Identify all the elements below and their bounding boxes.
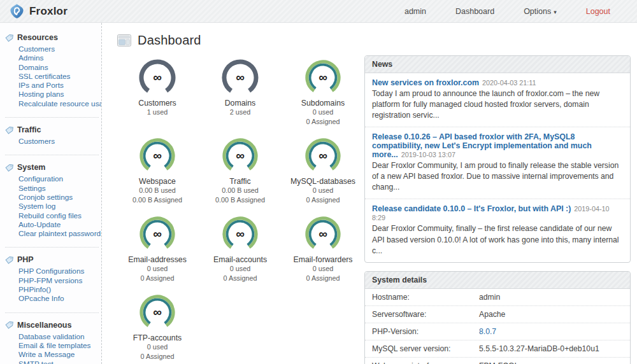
tag-icon (5, 164, 13, 172)
gauge-label: Webspace (116, 177, 199, 186)
system-details-table: Hostname: admin Serversoftware: Apache P… (365, 289, 630, 364)
sidebar-link-database-validation[interactable]: Database validation (18, 332, 99, 341)
froxlor-logo-icon (9, 3, 25, 19)
gauge-used: 0 used (282, 108, 364, 117)
news-item-date: 2019-10-03 13:07 (401, 151, 455, 158)
sidebar-link-domains[interactable]: Domains (18, 63, 99, 72)
sidebar-link-admins[interactable]: Admins (18, 53, 99, 62)
system-details-label: PHP-Version: (372, 327, 479, 336)
gauge-label: Customers (116, 99, 199, 108)
sidebar-link-php-fpm-versions[interactable]: PHP-FPM versions (18, 276, 99, 285)
gauge-label: FTP-accounts (116, 333, 199, 342)
sidebar-link-opcache-info[interactable]: OPcache Info (18, 294, 99, 303)
sidebar-link-smtp-test[interactable]: SMTP test (18, 360, 99, 364)
news-item-body: Dear Froxlor Community, I am proud to fi… (372, 160, 623, 193)
news-item: Release candidate 0.10.0 – It's Froxlor,… (365, 199, 630, 262)
sidebar-link-system-log[interactable]: System log (18, 202, 99, 211)
gauge-infinity-value: ∞ (318, 227, 327, 241)
gauge-used: 0 used (116, 264, 199, 274)
gauge-assigned: 0.00 B Assigned (199, 195, 282, 205)
system-details-value: FPM-FCGI (479, 361, 517, 364)
news-panel: News New services on froxlor.com2020-04-… (364, 55, 631, 263)
gauge-ftp-accounts: ∞ FTP-accounts 0 used 0 Assigned (116, 291, 199, 361)
sidebar-link-phpinfo[interactable]: PHPinfo() (18, 285, 99, 294)
sidebar-section: Resources CustomersAdminsDomainsSSL cert… (5, 31, 99, 115)
sidebar-section-title: System (17, 163, 45, 172)
navbar-items: adminDashboardOptions▾Logout (404, 7, 628, 16)
gauge-customers: ∞ Customers 1 used (116, 57, 199, 126)
news-list: New services on froxlor.com2020-04-03 21… (365, 73, 630, 262)
news-item-title[interactable]: Release candidate 0.10.0 – It's Froxlor,… (372, 204, 571, 213)
sidebar-link-customers[interactable]: Customers (18, 137, 99, 146)
gauge-used: 2 used (199, 108, 282, 117)
nav-item-dashboard[interactable]: Dashboard (455, 7, 494, 16)
gauge-infinity-value: ∞ (153, 71, 162, 84)
sidebar-link-hosting-plans[interactable]: Hosting plans (18, 90, 99, 99)
gauge-used: 0 used (116, 342, 199, 352)
gauge-email-accounts: ∞ Email-accounts 0 used 0 Assigned (199, 213, 282, 283)
sidebar-link-configuration[interactable]: Configuration (18, 174, 99, 183)
sidebar-link-ips-and-ports[interactable]: IPs and Ports (18, 81, 99, 90)
tag-icon (5, 321, 13, 329)
gauge-assigned: 0.00 B Assigned (116, 195, 199, 205)
sidebar-link-customers[interactable]: Customers (18, 45, 99, 53)
gauge-arc: ∞ (135, 213, 180, 254)
gauge-arc: ∞ (135, 135, 180, 176)
system-details-value: 5.5.5-10.3.27-MariaDB-0+deb10u1 (479, 344, 599, 353)
sidebar-link-recalculate-resource-usage[interactable]: Recalculate resource usage (18, 99, 99, 108)
dashboard-icon (117, 34, 131, 46)
gauge-infinity-value: ∞ (318, 149, 327, 162)
news-item-title[interactable]: New services on froxlor.com (372, 78, 479, 87)
gauge-infinity-value: ∞ (153, 227, 162, 241)
news-item-date: 2020-04-03 21:11 (482, 79, 536, 87)
sidebar-link-write-a-message[interactable]: Write a Message (18, 350, 99, 359)
sidebar-link-settings[interactable]: Settings (18, 184, 99, 193)
nav-item-options[interactable]: Options▾ (524, 7, 557, 16)
gauge-label: Email-forwarders (282, 255, 364, 264)
system-details-panel: System details Hostname: admin Serversof… (364, 271, 631, 364)
nav-item-logout[interactable]: Logout (586, 7, 610, 16)
gauge-label: Email-accounts (199, 255, 282, 264)
froxlor-brand[interactable]: Froxlor (9, 3, 68, 19)
php-version-link[interactable]: 8.0.7 (479, 327, 496, 336)
brand-name: Froxlor (29, 5, 68, 18)
sidebar-section: Traffic Customers (5, 117, 99, 152)
gauge-email-forwarders: ∞ Email-forwarders 0 used 0 Assigned (282, 213, 364, 283)
news-item: New services on froxlor.com2020-04-03 21… (365, 73, 630, 127)
sidebar-link-cronjob-settings[interactable]: Cronjob settings (18, 193, 99, 202)
system-details-row: MySQL server version: 5.5.5-10.3.27-Mari… (365, 340, 630, 357)
sidebar-link-ssl-certificates[interactable]: SSL certificates (18, 72, 99, 81)
gauges-grid: ∞ Customers 1 used ∞ Domains 2 used ∞ Su… (116, 57, 364, 361)
sidebar-link-php-configurations[interactable]: PHP Configurations (18, 267, 99, 276)
gauge-infinity-value: ∞ (236, 227, 245, 241)
system-details-label: Hostname: (372, 293, 479, 302)
top-navbar: Froxlor adminDashboardOptions▾Logout (0, 0, 637, 23)
nav-item-admin[interactable]: admin (404, 7, 426, 16)
sidebar-link-clear-plaintext-passwords[interactable]: Clear plaintext passwords (18, 229, 99, 238)
system-details-row: Hostname: admin (365, 289, 630, 305)
gauge-traffic: ∞ Traffic 0.00 B used 0.00 B Assigned (199, 135, 282, 204)
system-details-label: Serversoftware: (372, 310, 479, 319)
gauge-label: Domains (199, 99, 282, 108)
system-details-label: Webserver interface: (372, 361, 479, 364)
gauge-domains: ∞ Domains 2 used (199, 57, 282, 126)
gauge-assigned: 0 Assigned (282, 274, 364, 283)
news-item-body: Dear Froxlor Commuity, finally – the fir… (372, 223, 623, 256)
gauge-used: 0 used (282, 264, 364, 274)
system-details-value: admin (479, 293, 500, 302)
sidebar-section: PHP PHP ConfigurationsPHP-FPM versionsPH… (5, 247, 99, 309)
sidebar-section: Miscellaneous Database validationEmail &… (5, 312, 99, 364)
gauge-webspace: ∞ Webspace 0.00 B used 0.00 B Assigned (116, 135, 199, 204)
sidebar-link-rebuild-config-files[interactable]: Rebuild config files (18, 211, 99, 220)
gauge-label: Subdomains (282, 99, 364, 108)
gauge-infinity-value: ∞ (153, 149, 162, 162)
gauge-arc: ∞ (218, 57, 262, 97)
gauge-arc: ∞ (301, 213, 345, 254)
sidebar-link-auto-update[interactable]: Auto-Update (18, 220, 99, 229)
news-panel-header: News (365, 56, 630, 73)
tag-icon (5, 126, 13, 134)
gauge-arc: ∞ (301, 57, 345, 97)
sidebar-link-email-file-templates[interactable]: Email & file templates (18, 341, 99, 350)
sidebar-section-title: Miscellaneous (17, 321, 71, 330)
sidebar-section: System ConfigurationSettingsCronjob sett… (5, 155, 99, 244)
